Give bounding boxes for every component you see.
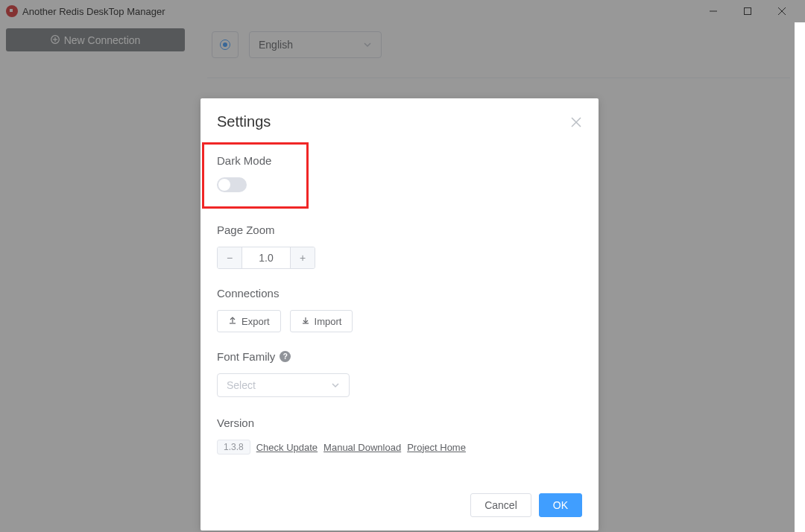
plus-icon	[51, 34, 60, 46]
settings-dialog-footer: Cancel OK	[217, 486, 582, 531]
export-label: Export	[242, 316, 270, 327]
radio-dot-icon	[220, 39, 230, 50]
language-radio[interactable]	[212, 31, 239, 58]
page-zoom-section: Page Zoom − 1.0 +	[217, 224, 582, 269]
font-family-section: Font Family ? Select	[217, 350, 582, 397]
help-icon[interactable]: ?	[280, 351, 291, 362]
sidebar: New Connection	[0, 22, 192, 532]
settings-dialog-header: Settings	[217, 113, 582, 130]
language-select[interactable]: English	[249, 31, 382, 58]
font-family-placeholder: Select	[227, 379, 256, 391]
ok-button[interactable]: OK	[539, 493, 582, 517]
download-icon	[301, 316, 310, 327]
version-badge: 1.3.8	[217, 440, 250, 455]
dark-mode-toggle[interactable]	[217, 177, 247, 192]
settings-dialog-close-button[interactable]	[570, 116, 582, 128]
zoom-increase-button[interactable]: +	[291, 247, 315, 268]
divider	[207, 77, 790, 78]
settings-dialog: Settings Dark Mode Page Zoom − 1.0 + Con…	[201, 98, 599, 531]
font-family-select[interactable]: Select	[217, 373, 350, 397]
app-icon	[6, 5, 18, 17]
window-close-button[interactable]	[765, 0, 799, 22]
new-connection-button[interactable]: New Connection	[6, 28, 185, 51]
check-update-link[interactable]: Check Update	[256, 442, 318, 453]
svg-rect-1	[745, 8, 751, 15]
zoom-value: 1.0	[242, 247, 291, 268]
annotation-highlight	[202, 142, 309, 209]
chevron-down-icon	[331, 381, 340, 390]
dark-mode-section: Dark Mode	[217, 153, 582, 207]
chevron-down-icon	[363, 40, 372, 49]
page-zoom-stepper: − 1.0 +	[217, 247, 315, 269]
manual-download-link[interactable]: Manual Download	[323, 442, 401, 453]
new-connection-label: New Connection	[64, 34, 141, 46]
zoom-decrease-button[interactable]: −	[218, 247, 242, 268]
window-minimize-button[interactable]	[696, 0, 730, 22]
app-title: Another Redis DeskTop Manager	[22, 6, 165, 17]
cancel-button[interactable]: Cancel	[470, 493, 531, 517]
settings-dialog-title: Settings	[217, 113, 271, 130]
export-button[interactable]: Export	[217, 310, 281, 332]
window-titlebar: Another Redis DeskTop Manager	[0, 0, 805, 22]
language-selected-label: English	[259, 39, 293, 51]
import-label: Import	[315, 316, 342, 327]
project-home-link[interactable]: Project Home	[407, 442, 466, 453]
upload-icon	[228, 316, 237, 327]
page-zoom-label: Page Zoom	[217, 224, 582, 236]
import-button[interactable]: Import	[290, 310, 353, 332]
window-maximize-button[interactable]	[730, 0, 765, 22]
dark-mode-label: Dark Mode	[217, 154, 582, 167]
connections-label: Connections	[217, 287, 582, 300]
version-label: Version	[217, 417, 582, 429]
connections-section: Connections Export Import	[217, 287, 582, 332]
right-strip	[795, 22, 805, 532]
language-row: English	[207, 31, 790, 58]
font-family-label: Font Family	[217, 350, 275, 363]
version-section: Version 1.3.8 Check Update Manual Downlo…	[217, 417, 582, 455]
